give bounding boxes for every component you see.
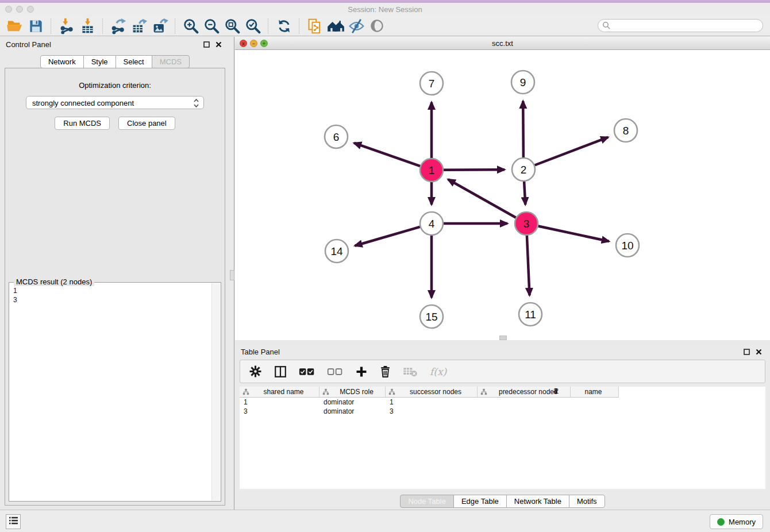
close-panel-button[interactable]: Close panel: [118, 117, 175, 130]
graph-edge-1-6[interactable]: [354, 143, 420, 166]
network-graph[interactable]: 7968124314101511: [235, 50, 770, 340]
graph-node-4[interactable]: 4: [420, 212, 443, 235]
export-image-icon[interactable]: [149, 17, 170, 35]
export-network-icon[interactable]: [108, 17, 129, 35]
graph-node-1-selected[interactable]: 1: [420, 159, 443, 182]
mcds-result-scrollbar[interactable]: [211, 283, 220, 500]
zoom-in-icon[interactable]: [180, 17, 201, 35]
tab-select[interactable]: Select: [116, 55, 152, 68]
tab-network-table[interactable]: Network Table: [506, 495, 569, 508]
svg-text:6: 6: [333, 131, 340, 143]
memory-label: Memory: [729, 518, 756, 526]
tab-motifs[interactable]: Motifs: [569, 495, 605, 508]
mcds-result-line: 3: [13, 295, 212, 304]
session-home-icon[interactable]: [325, 17, 346, 35]
table-cell[interactable]: 2: [475, 387, 568, 489]
canvas-resize-grabber[interactable]: [499, 336, 507, 340]
hide-network-icon[interactable]: [346, 17, 367, 35]
graph-node-10[interactable]: 10: [616, 234, 639, 257]
table-cell[interactable]: dominator: [319, 398, 386, 407]
tab-style[interactable]: Style: [83, 55, 116, 68]
status-bar: Memory: [0, 510, 770, 532]
deselect-all-icon[interactable]: [327, 367, 343, 377]
tab-mcds[interactable]: MCDS: [152, 55, 190, 68]
graph-node-8[interactable]: 8: [614, 119, 637, 142]
import-network-icon[interactable]: [56, 17, 77, 35]
memory-status-dot: [717, 518, 725, 526]
vertical-splitter-grabber[interactable]: [230, 270, 234, 280]
table-panel-buttons: [744, 349, 762, 355]
save-session-icon[interactable]: [25, 17, 46, 35]
network-canvas[interactable]: 7968124314101511: [235, 50, 770, 340]
graph-node-11[interactable]: 11: [519, 303, 542, 326]
optimization-criterion-select[interactable]: strongly connected component: [26, 96, 204, 109]
float-panel-icon[interactable]: [203, 41, 210, 48]
zoom-fit-icon[interactable]: [222, 17, 242, 35]
graph-node-2[interactable]: 2: [512, 158, 535, 181]
table-body: 1dominator4113dominator323: [240, 398, 765, 416]
refresh-icon[interactable]: [274, 17, 294, 35]
mcds-result-list: 13: [9, 284, 212, 500]
columns-icon[interactable]: [274, 365, 287, 378]
table-cell[interactable]: 1: [240, 398, 319, 407]
export-table-icon[interactable]: [129, 17, 149, 35]
svg-text:10: 10: [621, 240, 633, 252]
graph-node-9[interactable]: 9: [511, 71, 534, 94]
svg-text:15: 15: [425, 311, 437, 323]
table-panel-tabs: Node TableEdge TableNetwork TableMotifs: [235, 495, 770, 508]
graph-node-6[interactable]: 6: [325, 125, 348, 148]
table-cell[interactable]: dominator: [319, 407, 386, 416]
graph-node-14[interactable]: 14: [325, 240, 348, 263]
memory-button[interactable]: Memory: [710, 514, 763, 529]
graph-edge-3-11[interactable]: [527, 236, 530, 295]
graph-edge-2-3[interactable]: [524, 182, 525, 205]
mcds-panel: Optimization criterion: strongly connect…: [5, 68, 225, 506]
table-cell[interactable]: 3: [240, 407, 319, 416]
graph-edge-4-14[interactable]: [355, 227, 420, 246]
control-panel-title: Control Panel: [6, 40, 51, 49]
graph-edge-2-9[interactable]: [523, 101, 523, 157]
add-row-icon[interactable]: [355, 365, 368, 378]
mcds-result-box: MCDS result (2 nodes) 13: [9, 282, 221, 502]
table-cell[interactable]: 1: [386, 398, 434, 407]
graph-edge-1-2[interactable]: [444, 169, 505, 170]
graph-node-7[interactable]: 7: [420, 72, 443, 95]
tab-edge-table[interactable]: Edge Table: [453, 495, 507, 508]
run-mcds-button[interactable]: Run MCDS: [55, 117, 110, 130]
table-cell[interactable]: 3: [386, 407, 434, 416]
graph-edge-2-8[interactable]: [535, 137, 609, 165]
close-panel-icon[interactable]: [215, 41, 222, 48]
duplicate-network-icon[interactable]: [305, 17, 325, 35]
tab-node-table[interactable]: Node Table: [400, 495, 454, 508]
delete-table-icon: [403, 366, 418, 377]
column-header-successor-nodes[interactable]: successor nodes: [386, 387, 478, 398]
import-table-icon[interactable]: [77, 17, 98, 35]
float-panel-icon[interactable]: [744, 349, 750, 355]
column-header-shared-name[interactable]: shared name: [240, 387, 319, 398]
toolbar-separator: [51, 18, 52, 34]
graph-edge-3-1[interactable]: [448, 179, 516, 217]
task-history-button[interactable]: [6, 514, 21, 529]
horizontal-splitter[interactable]: [235, 340, 770, 344]
close-panel-icon[interactable]: [756, 349, 762, 355]
table-toolbar: f(x): [240, 360, 765, 383]
select-all-icon[interactable]: [299, 367, 315, 377]
tab-network[interactable]: Network: [40, 55, 84, 68]
vertical-splitter[interactable]: [230, 37, 234, 510]
column-header-label: MCDS role: [330, 388, 385, 396]
open-file-icon[interactable]: [5, 17, 25, 35]
graph-node-15[interactable]: 15: [420, 305, 443, 328]
column-header-name[interactable]: name: [571, 387, 619, 398]
optimization-criterion-value: strongly connected component: [32, 99, 134, 107]
zoom-selected-icon[interactable]: [242, 17, 263, 35]
zoom-out-icon[interactable]: [201, 17, 222, 35]
gear-icon[interactable]: [249, 365, 262, 378]
search-input[interactable]: [598, 19, 763, 32]
delete-row-icon[interactable]: [380, 365, 391, 378]
svg-text:3: 3: [523, 218, 530, 230]
graph-node-3-selected[interactable]: 3: [515, 212, 538, 235]
table-row[interactable]: 3dominator323: [240, 407, 765, 416]
graph-edge-3-10[interactable]: [538, 226, 609, 241]
show-network-icon[interactable]: [367, 17, 387, 35]
column-header-mcds-role[interactable]: MCDS role: [319, 387, 386, 398]
